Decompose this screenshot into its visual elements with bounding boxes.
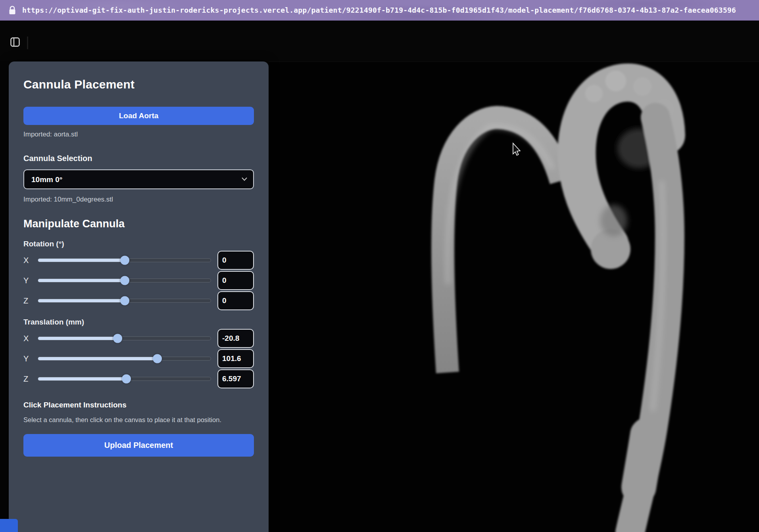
translation-x-slider-thumb[interactable] [113,334,122,343]
url-text: https://optivad-git-fix-auth-justin-rode… [22,6,736,14]
cannula-imported-status: Imported: 10mm_0degrees.stl [23,196,254,204]
rotation-x-slider[interactable] [38,258,211,262]
translation-x-slider-fill [38,337,117,340]
aorta-imported-status: Imported: aorta.stl [23,131,254,138]
rotation-y-value-input[interactable] [217,271,254,290]
rotation-x-slider-fill [38,259,125,262]
rotation-z-slider-thumb[interactable] [120,296,129,305]
load-aorta-button[interactable]: Load Aorta [23,107,254,125]
translation-y-slider-fill [38,357,157,360]
click-placement-instructions-title: Click Placement Instructions [23,400,254,409]
rotation-y-slider[interactable] [38,278,211,282]
translation-x-slider[interactable] [38,336,211,340]
translation-z-value-input[interactable] [217,369,254,388]
cannula-select[interactable]: 10mm 0° [23,169,254,189]
rotation-x-axis-label: X [23,256,33,265]
translation-y-value-input[interactable] [217,349,254,368]
app-window: https://optivad-git-fix-auth-justin-rode… [0,0,759,532]
rotation-x-slider-thumb[interactable] [120,256,129,265]
rotation-z-row: Z [23,291,254,310]
rotation-z-value-input[interactable] [217,291,254,310]
rotation-z-slider-fill [38,299,125,302]
translation-z-slider[interactable] [38,377,211,381]
translation-y-axis-label: Y [23,354,33,363]
aorta-3d-model [269,62,759,532]
manipulate-cannula-title: Manipulate Cannula [23,217,254,230]
lock-icon[interactable] [9,6,16,15]
page-title: Cannula Placement [23,77,254,92]
cannula-placement-panel: Cannula Placement Load Aorta Imported: a… [9,61,269,532]
translation-x-row: X [23,329,254,348]
upload-placement-button[interactable]: Upload Placement [23,434,254,457]
click-placement-instructions-text: Select a cannula, then click on the canv… [23,416,254,424]
rotation-x-value-input[interactable] [217,251,254,270]
browser-address-bar[interactable]: https://optivad-git-fix-auth-justin-rode… [0,0,759,21]
translation-y-row: Y [23,349,254,368]
rotation-label: Rotation (°) [23,239,254,248]
translation-z-slider-thumb[interactable] [122,375,131,384]
toolbar-divider [27,36,28,49]
cannula-selection-label: Cannula Selection [23,154,254,163]
rotation-y-row: Y [23,271,254,290]
mouse-cursor [513,143,520,155]
translation-x-value-input[interactable] [217,329,254,348]
translation-label: Translation (mm) [23,317,254,326]
translation-y-slider[interactable] [38,357,211,361]
rotation-y-slider-thumb[interactable] [120,276,129,285]
model-canvas[interactable] [269,61,759,532]
translation-y-slider-thumb[interactable] [153,354,162,363]
rotation-z-slider[interactable] [38,299,211,303]
translation-z-axis-label: Z [23,375,33,384]
window-toolbar [0,21,759,61]
rotation-y-axis-label: Y [23,276,33,285]
rotation-y-slider-fill [38,279,125,282]
rotation-z-axis-label: Z [23,296,33,305]
corner-accent [0,519,18,532]
translation-z-row: Z [23,369,254,388]
sidebar-toggle-icon[interactable] [10,37,20,47]
translation-x-axis-label: X [23,334,33,343]
translation-z-slider-fill [38,377,126,380]
rotation-x-row: X [23,251,254,270]
